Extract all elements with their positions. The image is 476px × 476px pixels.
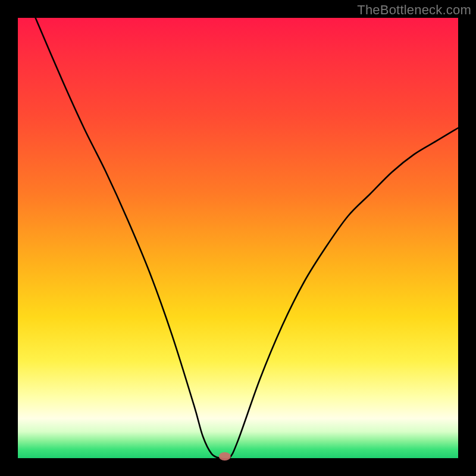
- plot-area: [18, 18, 458, 458]
- curve-layer: [18, 18, 458, 458]
- chart-frame: TheBottleneck.com: [0, 0, 476, 476]
- optimum-marker: [219, 452, 231, 461]
- watermark-text: TheBottleneck.com: [357, 2, 471, 18]
- bottleneck-curve: [36, 18, 458, 459]
